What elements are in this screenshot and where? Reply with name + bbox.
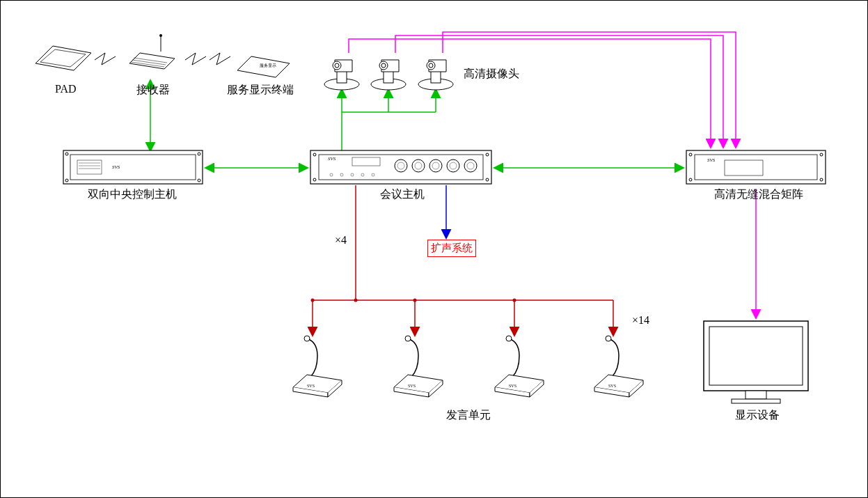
conf-host-icon: SVS (310, 150, 491, 184)
diagram-canvas: 服务显示 SVS SVS (0, 0, 868, 498)
mult4-label: ×4 (335, 234, 347, 247)
svg-rect-88 (732, 399, 780, 403)
svg-point-21 (159, 34, 162, 37)
display-label: 显示设备 (735, 408, 780, 423)
display-icon (704, 321, 808, 403)
svg-text:服务显示: 服务显示 (260, 63, 276, 68)
svg-point-29 (379, 61, 388, 70)
svg-point-25 (333, 61, 341, 70)
mic-icon: SVS (293, 336, 342, 397)
matrix-label: 高清无缝混合矩阵 (714, 187, 803, 202)
svg-rect-28 (384, 70, 393, 83)
amp-system-label: 扩声系统 (427, 240, 476, 257)
receiver-icon (129, 34, 175, 69)
svg-text:SVS: SVS (328, 156, 336, 162)
svg-rect-24 (337, 70, 347, 83)
svg-text:SVS: SVS (408, 384, 416, 388)
conf-host-label: 会议主机 (380, 187, 425, 202)
svg-point-17 (354, 299, 358, 302)
svg-text:SVS: SVS (608, 384, 616, 388)
pad-label: PAD (55, 83, 77, 95)
mic-icon: SVS (394, 336, 443, 397)
mic-icon: SVS (495, 336, 544, 397)
mic-icon: SVS (594, 336, 643, 397)
center-host-icon: SVS (63, 150, 203, 184)
camera-icon (371, 60, 406, 90)
svg-text:SVS: SVS (307, 384, 315, 388)
camera-icon (324, 60, 359, 90)
speech-unit-label: 发言单元 (446, 408, 491, 423)
camera-icon (418, 60, 453, 90)
service-terminal-label: 服务显示终端 (227, 83, 294, 98)
svg-point-19 (513, 299, 516, 302)
mult14-label: ×14 (632, 314, 649, 327)
svg-text:SVS: SVS (112, 164, 120, 170)
svg-rect-87 (745, 391, 766, 399)
svg-rect-85 (704, 321, 808, 391)
svg-rect-35 (63, 150, 203, 184)
svg-point-79 (405, 336, 411, 341)
svg-text:SVS: SVS (707, 157, 716, 163)
svg-point-18 (413, 299, 417, 302)
service-terminal-icon: 服务显示 (237, 56, 290, 77)
svg-point-16 (311, 299, 315, 302)
svg-point-81 (506, 336, 512, 341)
svg-point-33 (427, 61, 435, 70)
receiver-label: 接收器 (136, 83, 170, 98)
svg-rect-69 (686, 150, 826, 184)
svg-point-83 (606, 336, 611, 341)
svg-text:SVS: SVS (509, 384, 516, 388)
pad-icon (35, 46, 91, 70)
center-host-label: 双向中央控制主机 (88, 187, 177, 202)
matrix-icon: SVS (686, 150, 826, 184)
svg-point-77 (304, 336, 310, 341)
camera-label: 高清摄像头 (464, 67, 519, 81)
svg-rect-32 (431, 70, 441, 83)
